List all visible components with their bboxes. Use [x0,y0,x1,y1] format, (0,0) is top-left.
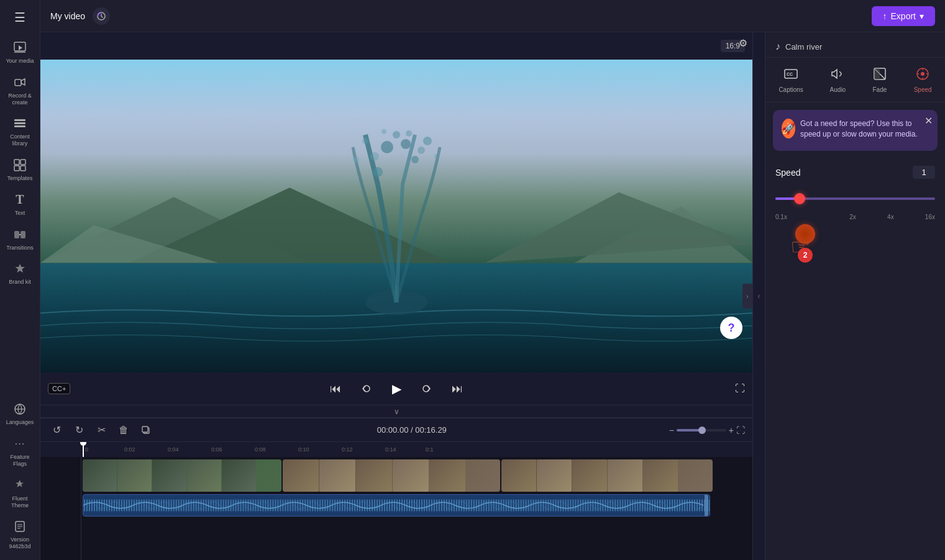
redo-button[interactable]: ↻ [70,422,88,439]
sidebar-item-version[interactable]: Version9462b3d [0,513,40,555]
speed-label-2x: 2x [849,214,856,220]
svg-point-32 [406,130,412,137]
fluent-theme-icon [12,477,28,494]
skip-to-start-button[interactable]: ⏮ [326,379,345,399]
svg-rect-42 [874,68,880,79]
audio-tab[interactable]: Audio [823,63,854,97]
zoom-in-button[interactable]: + [729,425,734,435]
video-clip-2[interactable] [283,459,500,492]
svg-rect-9 [14,231,19,238]
export-icon: ↑ [883,11,887,21]
skip-to-end-button[interactable]: ⏭ [447,379,467,399]
timeline-area: ↺ ↻ ✂ 🗑 00:00.00 / 00:16.29 [40,417,752,560]
sidebar-item-your-media[interactable]: Your media [0,35,40,70]
feature-flags-icon: ··· [12,436,28,452]
duplicate-button[interactable] [137,422,155,439]
ruler-mark-0: 0 [85,446,88,453]
sidebar-item-languages[interactable]: Languages [0,396,40,431]
speed-tooltip: ✕ 🚀 Got a need for speed? Use this to sp… [773,110,938,151]
captions-label: Captions [778,86,803,93]
sidebar-item-transitions[interactable]: Transitions [0,222,40,256]
timeline-collapse-icon[interactable]: ∨ [394,407,399,416]
ruler-mark-12: 0:12 [342,446,353,453]
svg-rect-36 [142,427,148,432]
sidebar-item-text[interactable]: T Text [0,187,40,222]
zoom-slider-track[interactable] [677,429,726,431]
cc-button[interactable]: CC+ [48,383,70,394]
svg-rect-5 [14,160,19,165]
sidebar-label-feature-flags: FeatureFlags [10,454,29,467]
svg-point-23 [423,137,432,145]
sidebar-item-feature-flags[interactable]: ··· FeatureFlags [0,431,40,472]
svg-text:CC: CC [787,72,793,76]
delete-button[interactable]: 🗑 [115,422,132,439]
ruler-mark-16: 0:1 [426,446,434,453]
speed-icon [915,66,930,84]
svg-point-25 [401,139,411,149]
music-note-icon: ♪ [775,41,780,52]
audio-track [83,494,752,517]
languages-icon [12,401,28,417]
history-icon[interactable] [93,7,110,25]
fit-to-timeline-button[interactable]: ⛶ [736,425,745,435]
zoom-control: − + ⛶ [669,425,745,435]
settings-icon[interactable]: ⚙ [739,37,747,49]
svg-point-27 [418,147,425,154]
sidebar-item-templates[interactable]: Templates [0,152,40,187]
record-create-icon [12,75,28,91]
audio-label: Audio [830,86,846,93]
video-track [83,459,752,492]
sidebar-item-record-create[interactable]: Record &create [0,70,40,111]
video-clip-1[interactable] [83,459,281,492]
preview-controls: CC+ ⏮ ▶ ⏭ ⛶ [40,373,752,405]
speed-value[interactable]: 1 [913,166,935,179]
speed-slider-track[interactable] [775,197,935,200]
zoom-out-button[interactable]: − [669,425,674,435]
ruler-mark-8: 0:08 [255,446,266,453]
project-title: My video [50,11,85,21]
right-panel-collapse-arrow[interactable]: › [742,284,752,309]
rewind-button[interactable] [355,379,375,399]
svg-point-22 [362,138,368,144]
cursor-demo-area: ☞ 1 ☞ 2 [765,228,945,302]
timeline-ruler: 0 0:02 0:04 0:06 0:08 0:10 0:12 0:14 0:1 [40,442,752,457]
play-button[interactable]: ▶ [385,377,408,400]
speed-scale-labels: 0.1x 2x 4x 16x [775,214,935,220]
help-button[interactable]: ? [720,317,742,339]
playhead[interactable] [83,442,84,457]
sidebar-item-fluent-theme[interactable]: FluentTheme [0,472,40,514]
captions-tab[interactable]: CC Captions [771,63,810,97]
total-time: 00:16.29 [415,425,447,435]
export-button[interactable]: ↑ Export ▾ [872,6,935,26]
export-label: Export [891,11,916,21]
audio-clip[interactable] [83,494,710,517]
speed-tab[interactable]: Speed [906,63,939,97]
sidebar-label-templates: Templates [7,175,32,182]
svg-rect-1 [15,79,21,86]
cut-button[interactable]: ✂ [93,422,110,439]
fullscreen-button[interactable]: ⛶ [735,383,745,394]
speed-slider-container [775,186,935,211]
speed-slider-thumb[interactable] [794,193,805,204]
fast-forward-button[interactable] [418,379,437,399]
zoom-thumb[interactable] [698,427,706,434]
panel-divider-collapse[interactable]: ‹ [752,32,765,560]
current-time: 00:00.00 [377,425,409,435]
speed-section: Speed 1 0.1x 2x 4x 16x [765,158,945,228]
sidebar-item-content-library[interactable]: Contentlibrary [0,111,40,152]
speed-label-16x: 16x [925,214,935,220]
video-clip-3[interactable] [501,459,713,492]
undo-button[interactable]: ↺ [48,422,65,439]
tooltip-emoji: 🚀 [782,119,795,138]
text-icon: T [12,192,28,208]
fade-tab[interactable]: Fade [865,63,895,97]
templates-icon [12,157,28,173]
preview-toolbar: ⚙ 16:9 [40,32,752,60]
svg-point-30 [393,131,400,138]
sidebar-item-brand-kit[interactable]: Brand kit [0,256,40,291]
svg-point-34 [423,386,429,392]
sidebar-label-record-create: Record &create [8,93,32,106]
menu-button[interactable]: ☰ [7,5,32,30]
tooltip-close-button[interactable]: ✕ [924,115,933,127]
playhead-head [80,442,86,446]
